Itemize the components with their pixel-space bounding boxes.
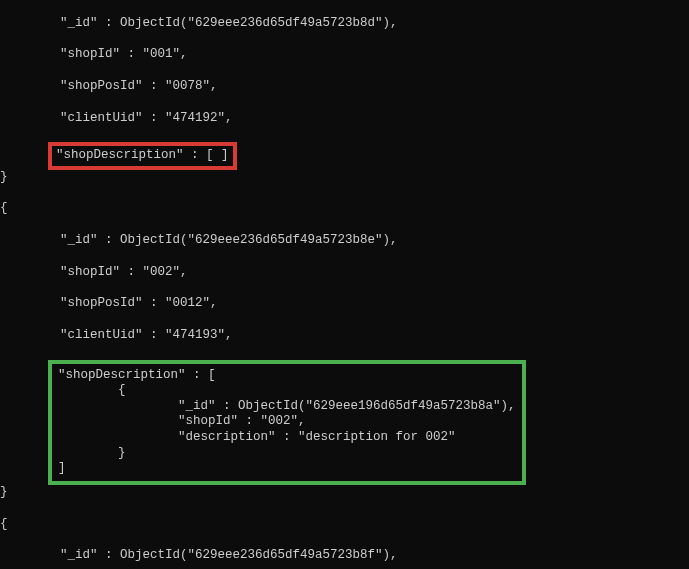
field-shopdesc: "shopDescription" : [ { "_id" : ObjectId… (58, 368, 516, 476)
field-id: "_id" : ObjectId("629eee236d65df49a5723b… (60, 233, 398, 247)
brace-open: { (0, 201, 689, 217)
field-id: "_id" : ObjectId("629eee236d65df49a5723b… (60, 548, 398, 562)
field-shopdesc: "shopDescription" : [ ] (56, 148, 229, 162)
field-shopposid: "shopPosId" : "0012", (60, 296, 218, 310)
field-shopid: "shopId" : "001", (60, 47, 188, 61)
code-block: "_id" : ObjectId("629eee236d65df49a5723b… (0, 0, 689, 569)
highlight-filled-1: "shopDescription" : [ { "_id" : ObjectId… (48, 360, 526, 485)
field-shopposid: "shopPosId" : "0078", (60, 79, 218, 93)
field-clientuid: "clientUid" : "474193", (60, 328, 233, 342)
brace-close: } (0, 170, 689, 186)
field-shopid: "shopId" : "002", (60, 265, 188, 279)
highlight-empty-1: "shopDescription" : [ ] (48, 142, 237, 170)
field-clientuid: "clientUid" : "474192", (60, 111, 233, 125)
brace-open: { (0, 517, 689, 533)
field-id: "_id" : ObjectId("629eee236d65df49a5723b… (60, 16, 398, 30)
brace-close: } (0, 485, 689, 501)
